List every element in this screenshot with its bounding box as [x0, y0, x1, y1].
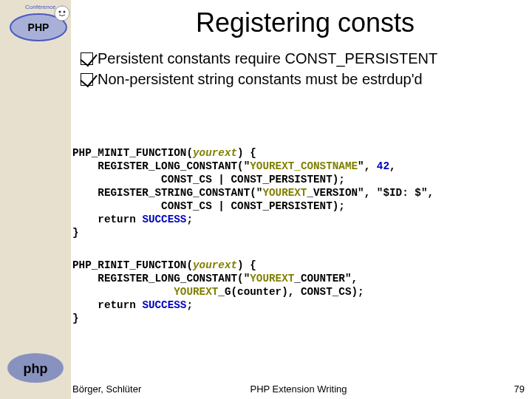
footer-title: PHP Extension Writing: [250, 383, 347, 395]
page-number: 79: [514, 383, 525, 395]
conference-php-quebec-logo: PHP Conférence: [3, 1, 84, 43]
svg-point-5: [64, 11, 66, 13]
code-block-minit: PHP_MINIT_FUNCTION(yourext) { REGISTER_L…: [72, 146, 525, 239]
checkbox-icon: [75, 49, 98, 68]
checkbox-icon: [75, 69, 98, 89]
php-logo-icon: php: [6, 352, 65, 384]
svg-text:Conférence: Conférence: [25, 4, 56, 10]
svg-text:PHP: PHP: [28, 21, 50, 33]
bullet-text: Persistent constants require CONST_PERSI…: [98, 49, 437, 68]
bullet-list: Persistent constants require CONST_PERSI…: [75, 49, 526, 90]
code-block-rinit: PHP_RINIT_FUNCTION(yourext) { REGISTER_L…: [72, 259, 525, 325]
bullet-item: Persistent constants require CONST_PERSI…: [75, 49, 526, 68]
sidebar: [0, 0, 71, 399]
slide-title: Registering consts: [87, 7, 523, 38]
footer: Börger, Schlüter PHP Extension Writing 7…: [72, 381, 525, 396]
bullet-text: Non-persistent string constants must be …: [98, 69, 423, 89]
svg-point-3: [55, 6, 69, 21]
slide: PHP Conférence php Registering consts Pe…: [0, 0, 532, 399]
svg-point-4: [59, 11, 61, 13]
bullet-item: Non-persistent string constants must be …: [75, 69, 526, 89]
svg-text:php: php: [24, 361, 48, 376]
footer-authors: Börger, Schlüter: [72, 383, 141, 395]
